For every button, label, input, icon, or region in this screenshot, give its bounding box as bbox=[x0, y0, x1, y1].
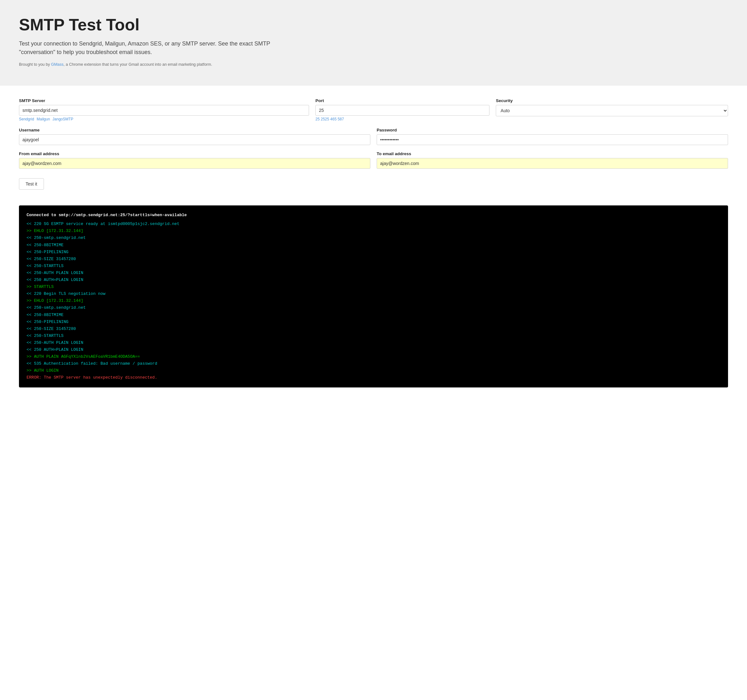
username-group: Username bbox=[19, 128, 370, 145]
terminal-line: >> STARTTLS bbox=[27, 283, 720, 290]
terminal-line: << 250-smtp.sendgrid.net bbox=[27, 234, 720, 242]
terminal-line: >> AUTH PLAIN AGFqYXlnb2VsAEFoaVR1bmE4OD… bbox=[27, 353, 720, 360]
hero-section: SMTP Test Tool Test your connection to S… bbox=[0, 0, 747, 86]
from-email-label: From email address bbox=[19, 151, 370, 156]
terminal-line: << 535 Authentication failed: Bad userna… bbox=[27, 360, 720, 367]
security-group: Security Auto None SSL/TLS STARTTLS bbox=[496, 98, 728, 116]
terminal-output: Connected to smtp://smtp.sendgrid.net:25… bbox=[19, 206, 728, 387]
from-email-group: From email address bbox=[19, 151, 370, 169]
username-input[interactable] bbox=[19, 134, 370, 145]
username-label: Username bbox=[19, 128, 370, 132]
terminal-line: << 250-SIZE 31457280 bbox=[27, 325, 720, 333]
security-label: Security bbox=[496, 98, 728, 103]
port-group: Port 25 2525 465 587 bbox=[315, 98, 490, 121]
test-button[interactable]: Test it bbox=[19, 178, 44, 190]
terminal-line: << 250 AUTH=PLAIN LOGIN bbox=[27, 277, 720, 283]
terminal-line: << 250-8BITMIME bbox=[27, 242, 720, 249]
port-label: Port bbox=[315, 98, 490, 103]
credit-prefix: Brought to you by bbox=[19, 62, 51, 67]
sendgrid-hint[interactable]: Sendgrid bbox=[19, 117, 34, 121]
terminal-line: << 250-PIPELINING bbox=[27, 319, 720, 325]
form-row-email: From email address To email address bbox=[19, 151, 728, 169]
terminal-line: << 250-8BITMIME bbox=[27, 311, 720, 319]
terminal-line: << 250-AUTH PLAIN LOGIN bbox=[27, 339, 720, 346]
form-row-server: SMTP Server SendgridMailgunJangoSMTP Por… bbox=[19, 98, 728, 121]
smtp-hint-links: SendgridMailgunJangoSMTP bbox=[19, 117, 309, 121]
terminal-line: << 250-STARTTLS bbox=[27, 333, 720, 339]
terminal-line: << 220 SG ESMTP service ready at ismtpd0… bbox=[27, 221, 720, 228]
hero-description: Test your connection to Sendgrid, Mailgu… bbox=[19, 39, 278, 57]
terminal-line: >> AUTH LOGIN bbox=[27, 367, 720, 374]
jangosmtp-hint[interactable]: JangoSMTP bbox=[53, 117, 73, 121]
terminal-line: ERROR: The SMTP server has unexpectedly … bbox=[27, 374, 720, 381]
credit-suffix: , a Chrome extension that turns your Gma… bbox=[64, 62, 212, 67]
page-title: SMTP Test Tool bbox=[19, 16, 728, 34]
smtp-server-group: SMTP Server SendgridMailgunJangoSMTP bbox=[19, 98, 309, 121]
mailgun-hint[interactable]: Mailgun bbox=[37, 117, 50, 121]
port-hints: 25 2525 465 587 bbox=[315, 117, 490, 121]
smtp-server-input[interactable] bbox=[19, 105, 309, 116]
from-email-input[interactable] bbox=[19, 158, 370, 169]
security-select[interactable]: Auto None SSL/TLS STARTTLS bbox=[496, 105, 728, 116]
terminal-line: << 250 AUTH=PLAIN LOGIN bbox=[27, 346, 720, 353]
smtp-server-label: SMTP Server bbox=[19, 98, 309, 103]
terminal-line: << 250-STARTTLS bbox=[27, 263, 720, 269]
password-input[interactable] bbox=[377, 134, 728, 145]
port-input[interactable] bbox=[315, 105, 490, 116]
form-section: SMTP Server SendgridMailgunJangoSMTP Por… bbox=[0, 95, 747, 199]
to-email-input[interactable] bbox=[377, 158, 728, 169]
terminal-connected-line: Connected to smtp://smtp.sendgrid.net:25… bbox=[27, 212, 720, 219]
form-row-auth: Username Password bbox=[19, 128, 728, 145]
terminal-lines: << 220 SG ESMTP service ready at ismtpd0… bbox=[27, 221, 720, 381]
gmass-link[interactable]: GMass bbox=[51, 62, 64, 67]
terminal-line: << 250-SIZE 31457280 bbox=[27, 256, 720, 263]
password-group: Password bbox=[377, 128, 728, 145]
terminal-line: << 250-PIPELINING bbox=[27, 249, 720, 256]
password-label: Password bbox=[377, 128, 728, 132]
to-email-label: To email address bbox=[377, 151, 728, 156]
terminal-line: << 250-AUTH PLAIN LOGIN bbox=[27, 269, 720, 277]
terminal-line: << 220 Begin TLS negotiation now bbox=[27, 290, 720, 297]
hero-credit: Brought to you by GMass, a Chrome extens… bbox=[19, 62, 728, 67]
to-email-group: To email address bbox=[377, 151, 728, 169]
terminal-line: << 250-smtp.sendgrid.net bbox=[27, 304, 720, 311]
terminal-line: >> EHLO [172.31.32.144] bbox=[27, 297, 720, 304]
terminal-line: >> EHLO [172.31.32.144] bbox=[27, 228, 720, 234]
